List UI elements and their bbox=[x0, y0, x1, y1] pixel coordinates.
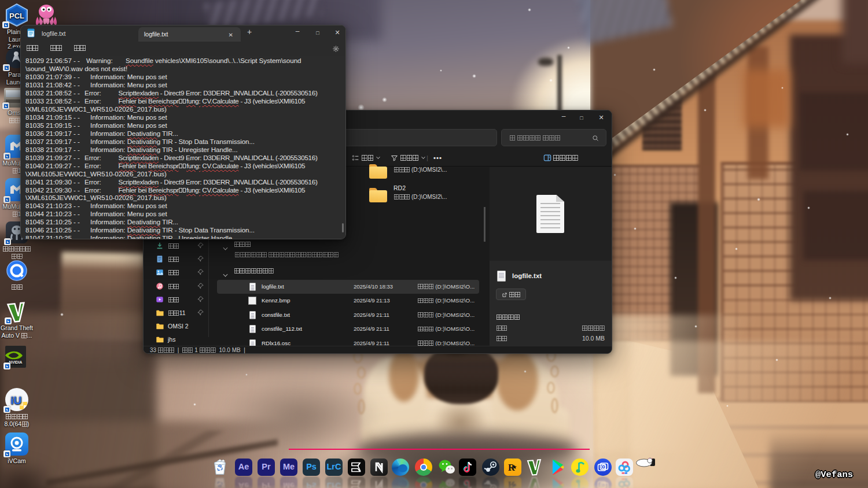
svg-text:iU: iU bbox=[11, 394, 22, 406]
svg-text:PCL: PCL bbox=[9, 12, 24, 20]
svg-text:NVIDIA: NVIDIA bbox=[9, 360, 22, 364]
